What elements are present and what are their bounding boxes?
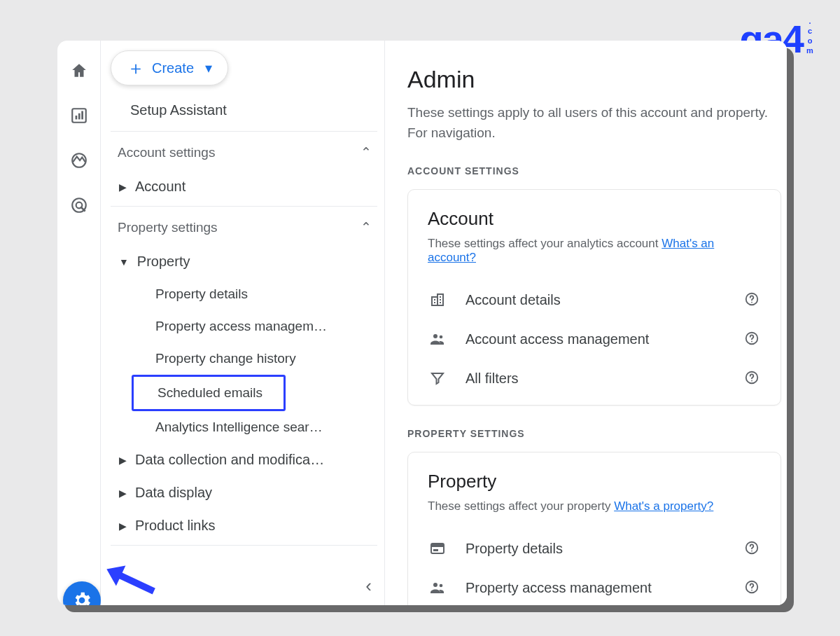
help-icon[interactable] bbox=[744, 331, 761, 347]
property-access-label: Property access management bbox=[465, 580, 726, 596]
web-icon bbox=[428, 540, 447, 557]
account-card-title: Account bbox=[428, 208, 761, 230]
admin-gear-button[interactable] bbox=[63, 581, 101, 605]
sidebar-data-display[interactable]: ▶ Data display bbox=[111, 476, 377, 509]
svg-rect-2 bbox=[78, 113, 80, 120]
help-icon[interactable] bbox=[744, 540, 761, 557]
sidebar-property-details[interactable]: Property details bbox=[111, 278, 377, 310]
account-details-label: Account details bbox=[465, 292, 726, 308]
svg-point-19 bbox=[751, 551, 752, 552]
caret-right-icon: ▶ bbox=[119, 488, 127, 499]
help-icon[interactable] bbox=[744, 579, 761, 596]
explore-icon[interactable] bbox=[70, 151, 88, 170]
people-icon bbox=[428, 579, 447, 596]
plus-icon: ＋ bbox=[127, 61, 145, 75]
svg-rect-3 bbox=[81, 111, 83, 120]
account-section-label: ACCOUNT SETTINGS bbox=[407, 165, 781, 177]
property-card-subtitle: These settings affect your property What… bbox=[428, 499, 761, 513]
sidebar-data-collection[interactable]: ▶ Data collection and modifica… bbox=[111, 443, 377, 476]
all-filters-label: All filters bbox=[465, 371, 726, 387]
row-property-details[interactable]: Property details bbox=[428, 529, 761, 568]
svg-point-8 bbox=[751, 302, 752, 303]
sidebar-product-links[interactable]: ▶ Product links bbox=[111, 509, 377, 542]
app-window: ＋ Create ▾ Setup Assistant Account setti… bbox=[57, 41, 787, 605]
sidebar-account-settings-header[interactable]: Account settings ⌃ bbox=[111, 134, 377, 170]
page-title: Admin bbox=[407, 66, 781, 93]
chevron-down-icon: ▾ bbox=[205, 60, 212, 76]
sidebar-analytics-intelligence-search[interactable]: Analytics Intelligence sear… bbox=[111, 411, 377, 443]
filter-icon bbox=[428, 370, 447, 387]
caret-right-icon: ▶ bbox=[119, 181, 127, 193]
svg-rect-1 bbox=[75, 116, 77, 119]
property-card: Property These settings affect your prop… bbox=[407, 452, 781, 605]
data-collection-label: Data collection and modifica… bbox=[135, 452, 324, 468]
reports-icon[interactable] bbox=[70, 106, 88, 125]
caret-right-icon: ▶ bbox=[119, 520, 127, 532]
caret-right-icon: ▶ bbox=[119, 455, 127, 466]
svg-point-21 bbox=[440, 584, 443, 588]
building-icon bbox=[428, 291, 447, 308]
svg-rect-17 bbox=[433, 549, 438, 551]
product-links-label: Product links bbox=[135, 518, 216, 534]
svg-rect-16 bbox=[431, 544, 444, 547]
collapse-sidebar-button[interactable]: ‹ bbox=[365, 575, 372, 597]
sidebar-scheduled-emails[interactable]: Scheduled emails bbox=[132, 375, 286, 411]
property-section-label: PROPERTY SETTINGS bbox=[407, 428, 781, 439]
account-settings-label: Account settings bbox=[118, 145, 215, 160]
chevron-up-icon: ⌃ bbox=[360, 219, 372, 235]
svg-point-20 bbox=[433, 583, 438, 587]
main-content: Admin These settings apply to all users … bbox=[385, 41, 787, 605]
sidebar-account[interactable]: ▶ Account bbox=[111, 170, 377, 203]
row-all-filters[interactable]: All filters bbox=[428, 359, 761, 398]
svg-point-23 bbox=[751, 590, 752, 591]
advertising-icon[interactable] bbox=[70, 196, 88, 214]
svg-point-12 bbox=[751, 341, 752, 343]
data-display-label: Data display bbox=[135, 485, 212, 501]
sidebar-property-access[interactable]: Property access managem… bbox=[111, 310, 377, 343]
account-access-label: Account access management bbox=[465, 331, 726, 347]
row-account-access[interactable]: Account access management bbox=[428, 319, 761, 359]
sidebar-property-change-history[interactable]: Property change history bbox=[111, 343, 377, 375]
sidebar-property[interactable]: ▼ Property bbox=[111, 245, 377, 278]
whats-a-property-link[interactable]: What's a property? bbox=[614, 499, 713, 513]
people-icon bbox=[428, 331, 447, 347]
home-icon[interactable] bbox=[70, 62, 88, 80]
create-button[interactable]: ＋ Create ▾ bbox=[111, 50, 228, 85]
sidebar-property-settings-header[interactable]: Property settings ⌃ bbox=[111, 209, 377, 245]
account-card: Account These settings affect your analy… bbox=[407, 189, 781, 406]
brand-text-small: .com bbox=[806, 17, 813, 56]
property-card-title: Property bbox=[428, 471, 761, 492]
help-icon[interactable] bbox=[744, 370, 761, 387]
caret-down-icon: ▼ bbox=[119, 256, 129, 268]
svg-point-9 bbox=[433, 334, 438, 338]
account-card-subtitle: These settings affect your analytics acc… bbox=[428, 237, 761, 265]
property-details-label: Property details bbox=[465, 541, 726, 557]
row-property-access[interactable]: Property access management bbox=[428, 568, 761, 605]
help-icon[interactable] bbox=[744, 291, 761, 308]
page-subtitle: These settings apply to all users of thi… bbox=[407, 103, 781, 143]
property-label: Property bbox=[137, 254, 190, 270]
svg-point-10 bbox=[440, 336, 443, 339]
chevron-up-icon: ⌃ bbox=[360, 144, 372, 160]
sidebar-setup-assistant[interactable]: Setup Assistant bbox=[111, 92, 377, 128]
property-settings-label: Property settings bbox=[118, 220, 218, 235]
nav-rail bbox=[57, 41, 101, 605]
create-label: Create bbox=[152, 60, 194, 76]
account-label: Account bbox=[135, 179, 186, 195]
admin-sidebar: ＋ Create ▾ Setup Assistant Account setti… bbox=[101, 41, 385, 605]
row-account-details[interactable]: Account details bbox=[428, 280, 761, 319]
svg-point-14 bbox=[751, 380, 752, 382]
